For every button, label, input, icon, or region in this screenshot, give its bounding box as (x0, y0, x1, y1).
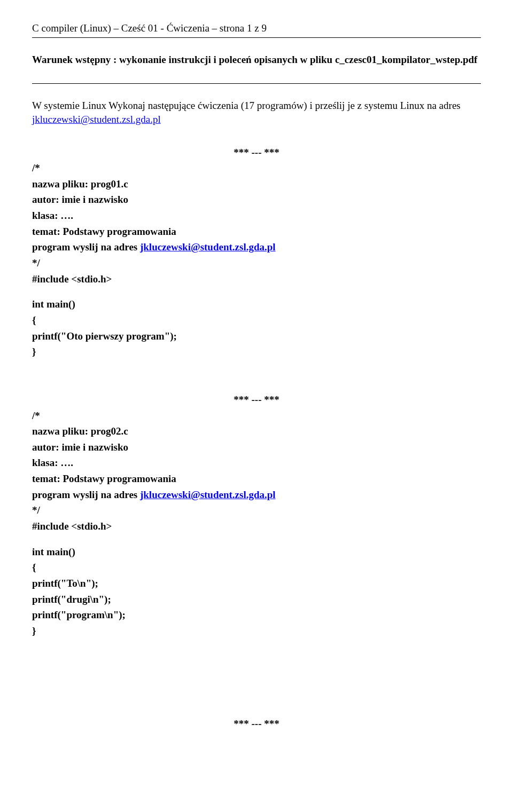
b2-l14: } (32, 624, 481, 638)
separator-3: *** --- *** (32, 717, 481, 731)
b1-l6: program wyslij na adres jkluczewski@stud… (32, 240, 481, 254)
instructions-text: W systemie Linux Wykonaj następujące ćwi… (32, 100, 461, 111)
b2-l12: printf("drugi\n"); (32, 593, 481, 606)
b2-l6-pre: program wyslij na adres (32, 489, 140, 500)
header-text: C compiler (Linux) – Cześć 01 - Ćwiczeni… (32, 21, 481, 35)
intro-paragraph: Warunek wstępny : wykonanie instrukcji i… (32, 53, 481, 67)
b1-l1: /* (32, 161, 481, 175)
b2-l13: printf("program\n"); (32, 608, 481, 622)
b1-l9: int main() (32, 297, 481, 311)
b1-l10: { (32, 313, 481, 327)
b1-l11: printf("Oto pierwszy program"); (32, 329, 481, 343)
b1-l12: } (32, 345, 481, 359)
b2-l1: /* (32, 409, 481, 423)
separator-1: *** --- *** (32, 146, 481, 160)
email-link-1[interactable]: jkluczewski@student.zsl.gda.pl (32, 114, 161, 125)
b1-l7: */ (32, 256, 481, 270)
email-link-3[interactable]: jkluczewski@student.zsl.gda.pl (140, 489, 276, 500)
b2-l8: #include <stdio.h> (32, 519, 481, 533)
b2-l9: int main() (32, 545, 481, 559)
b1-l5: temat: Podstawy programowania (32, 225, 481, 239)
page-header: C compiler (Linux) – Cześć 01 - Ćwiczeni… (32, 21, 481, 38)
b2-l5: temat: Podstawy programowania (32, 472, 481, 486)
b2-l6: program wyslij na adres jkluczewski@stud… (32, 488, 481, 502)
b1-l2: nazwa pliku: prog01.c (32, 177, 481, 191)
b1-l4: klasa: …. (32, 209, 481, 223)
email-link-2[interactable]: jkluczewski@student.zsl.gda.pl (140, 241, 276, 253)
b1-l6-pre: program wyslij na adres (32, 241, 140, 253)
b2-l4: klasa: …. (32, 456, 481, 470)
b2-l3: autor: imie i nazwisko (32, 440, 481, 454)
b2-l10: { (32, 561, 481, 574)
separator-2: *** --- *** (32, 393, 481, 407)
b2-l7: */ (32, 503, 481, 517)
b2-l2: nazwa pliku: prog02.c (32, 424, 481, 438)
b1-l3: autor: imie i nazwisko (32, 193, 481, 207)
b2-l11: printf("To\n"); (32, 577, 481, 590)
instructions-paragraph: W systemie Linux Wykonaj następujące ćwi… (32, 99, 481, 126)
b1-l8: #include <stdio.h> (32, 272, 481, 286)
